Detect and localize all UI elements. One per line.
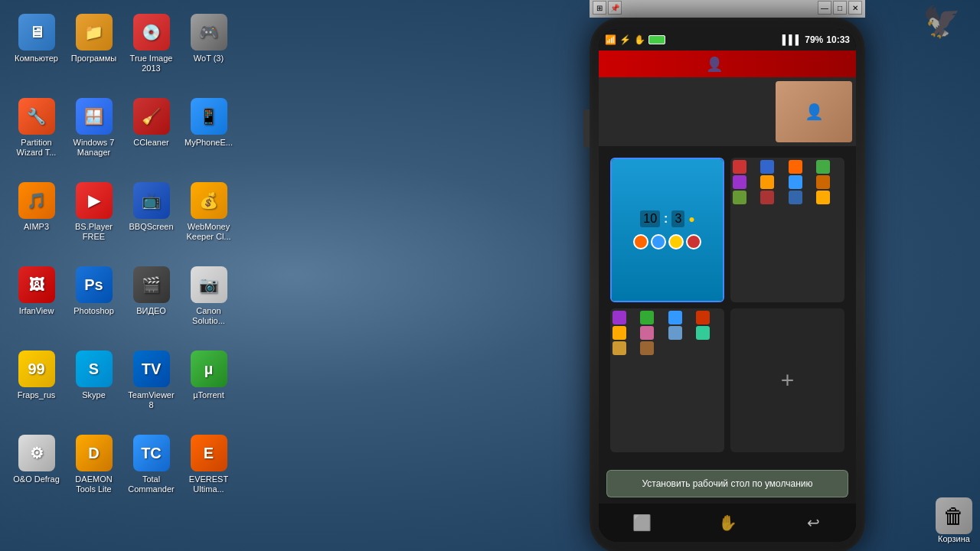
icon-label-bbqscreen: BBQScreen: [129, 222, 173, 232]
workspace-cell-3[interactable]: [610, 308, 724, 453]
apps-grid-2: [733, 160, 842, 204]
back-button[interactable]: ↩: [798, 510, 828, 536]
desktop-icon-partition[interactable]: 🔧 Partition Wizard T...: [8, 92, 65, 176]
red-notification-bar: 👤: [599, 51, 856, 77]
desktop-icon-computer[interactable]: 🖥 Компьютер: [8, 8, 65, 92]
signal-strength: ▌▌▌: [782, 34, 802, 45]
icon-label-utorrent: µTorrent: [193, 390, 224, 400]
icon-img-fraps: 99: [18, 350, 55, 387]
home-button[interactable]: ✋: [712, 510, 743, 536]
desktop-icon-everest[interactable]: E EVEREST Ultima...: [180, 429, 237, 500]
mini-app-10: [760, 191, 774, 204]
mini-app-3-3: [668, 311, 682, 324]
maximize-button[interactable]: □: [833, 1, 847, 15]
featured-widget: 👤: [776, 81, 852, 142]
notification-icon: 👤: [706, 56, 723, 73]
app-icon-1: [633, 234, 648, 249]
phone-screen: 👤 👤: [599, 51, 856, 504]
clock-hour: 10: [640, 210, 660, 227]
workspace-cell-2[interactable]: [730, 158, 844, 302]
phone-nav: ⬜ ✋ ↩: [599, 504, 856, 542]
desktop-icon-totalcmd[interactable]: TC Total Commander: [122, 429, 180, 500]
window-titlebar: ⊞ 📌 — □ ✕: [590, 0, 865, 18]
icon-img-trueimage: 💿: [133, 14, 170, 51]
icon-img-webmoney: 💰: [191, 182, 227, 219]
recycle-bin[interactable]: 🗑 Корзина: [936, 497, 972, 543]
battery-icon: [648, 35, 665, 44]
desktop-icon-irfan[interactable]: 🖼 IrfanView: [8, 260, 65, 344]
desktop-icon-skype[interactable]: S Skype: [65, 344, 122, 429]
mini-app-3-8: [696, 326, 710, 340]
icon-img-daemon: D: [76, 435, 113, 471]
desktop-icon-trueimage[interactable]: 💿 True Image 2013: [122, 8, 180, 92]
set-default-button[interactable]: Установить рабочий стол по умолчанию: [606, 470, 848, 497]
mini-app-11: [789, 191, 802, 204]
icon-img-irfan: 🖼: [18, 266, 55, 303]
icon-label-computer: Компьютер: [15, 54, 58, 64]
icon-label-canon: Canon Solutio...: [183, 306, 234, 326]
mini-app-3-4: [696, 311, 710, 324]
icon-img-bsplayer: ▶: [76, 182, 113, 219]
clock-minute: 3: [671, 210, 684, 227]
status-left: 📶 ⚡ ✋: [605, 34, 665, 45]
desktop-icon-fraps[interactable]: 99 Fraps_rus: [8, 344, 65, 429]
usb-icon: ⚡: [619, 34, 631, 45]
icon-label-irfan: IrfanView: [19, 306, 54, 316]
desktop-icon-oo[interactable]: ⚙ O&O Defrag: [8, 429, 65, 500]
desktop-icon-daemon[interactable]: D DAEMON Tools Lite: [65, 429, 122, 500]
clock-indicator: ●: [688, 213, 694, 225]
icon-label-teamviewer: TeamViewer 8: [126, 390, 177, 410]
workspace-grid[interactable]: 10 : 3 ●: [599, 146, 856, 464]
icon-label-daemon: DAEMON Tools Lite: [68, 474, 119, 494]
workspace-cell-2-inner: [730, 158, 844, 302]
icon-label-totalcmd: Total Commander: [126, 474, 177, 494]
desktop-icon-win7[interactable]: 🪟 Windows 7 Manager: [65, 92, 122, 176]
desktop-icon-canon[interactable]: 📷 Canon Solutio...: [180, 260, 237, 344]
desktop-icon-bsplayer[interactable]: ▶ BS.Player FREE: [65, 176, 122, 260]
desktop-icon-myphone[interactable]: 📱 MyPhoneE...: [180, 92, 237, 176]
icon-label-fraps: Fraps_rus: [18, 390, 56, 400]
desktop-icon-bbqscreen[interactable]: 📺 BBQScreen: [122, 176, 180, 260]
mini-app-3: [789, 160, 802, 174]
icon-label-video: ВИДЕО: [136, 306, 166, 316]
workspace-cell-1[interactable]: 10 : 3 ●: [610, 158, 724, 302]
icon-label-win7: Windows 7 Manager: [68, 138, 119, 158]
add-workspace-icon: +: [781, 367, 795, 393]
close-button[interactable]: ✕: [848, 1, 862, 15]
icon-label-partition: Partition Wizard T...: [11, 138, 62, 158]
desktop-icon-programs[interactable]: 📁 Программы: [65, 8, 122, 92]
icon-img-computer: 🖥: [18, 14, 55, 51]
mini-app-3-6: [640, 326, 654, 340]
apps-grid-3: [612, 311, 722, 355]
icon-img-win7: 🪟: [76, 98, 113, 135]
watermark-icon: 🦅: [923, 5, 961, 38]
desktop-icon-aimp[interactable]: 🎵 AIMP3: [8, 176, 65, 260]
desktop-icon-ccleaner[interactable]: 🧹 CCleaner: [122, 92, 180, 176]
desktop-icon-wot[interactable]: 🎮 WoT (3): [180, 8, 237, 92]
desktop-icon-photoshop[interactable]: Ps Photoshop: [65, 260, 122, 344]
featured-area: 👤: [599, 77, 856, 146]
clock-separator: :: [664, 212, 668, 226]
desktop-icon-utorrent[interactable]: µ µTorrent: [180, 344, 237, 429]
phone-outer: 📶 ⚡ ✋ ▌▌▌ 79% 10:33: [590, 18, 865, 551]
pin-icon[interactable]: 📌: [608, 1, 622, 15]
battery-percent: 79%: [805, 34, 823, 45]
grid-icon[interactable]: ⊞: [593, 1, 606, 15]
clock-time: 10:33: [826, 34, 850, 45]
phone-container: ⊞ 📌 — □ ✕ 📶 ⚡ ✋: [590, 0, 865, 551]
desktop-icon-teamviewer[interactable]: TV TeamViewer 8: [122, 344, 180, 429]
icon-label-webmoney: WebMoney Keeper Cl...: [183, 222, 234, 242]
desktop-icon-video[interactable]: 🎬 ВИДЕО: [122, 260, 180, 344]
icon-label-programs: Программы: [71, 54, 116, 64]
icon-label-everest: EVEREST Ultima...: [183, 474, 234, 494]
desktop-icon-webmoney[interactable]: 💰 WebMoney Keeper Cl...: [180, 176, 237, 260]
icon-label-aimp: AIMP3: [24, 222, 49, 232]
watermark: 🦅: [923, 4, 976, 50]
desktop: 🖥 Компьютер 📁 Программы 💿 True Image 201…: [0, 0, 980, 551]
minimize-button[interactable]: —: [818, 1, 831, 15]
mini-app-3-5: [612, 326, 626, 340]
icon-img-programs: 📁: [76, 14, 113, 51]
app-icon-4: [686, 234, 701, 249]
add-workspace-cell[interactable]: +: [730, 308, 844, 453]
recents-button[interactable]: ⬜: [626, 510, 657, 536]
